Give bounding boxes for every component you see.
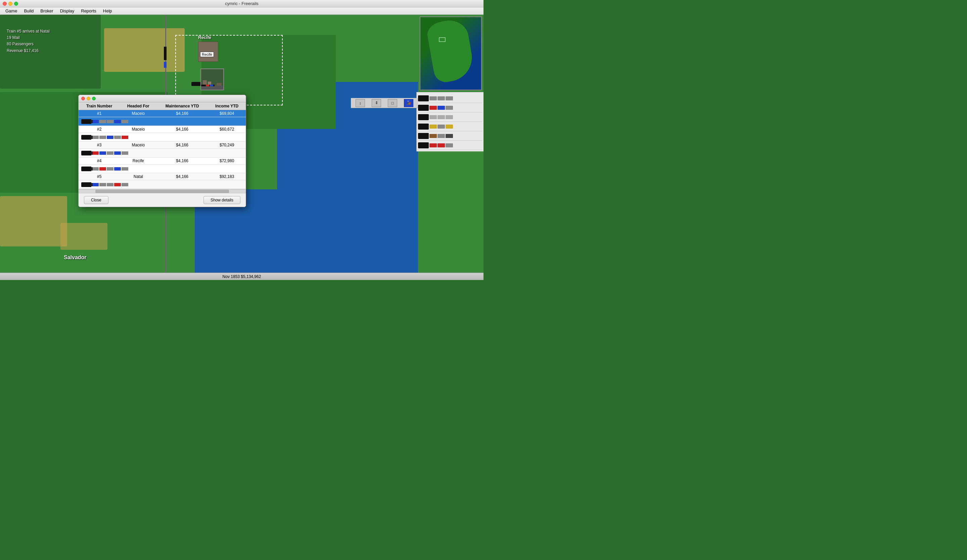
train-loco-5 bbox=[418, 133, 429, 139]
train-sprite bbox=[81, 150, 243, 156]
table-row-sprite[interactable] bbox=[79, 149, 246, 158]
dialog-maximize-btn[interactable] bbox=[92, 97, 96, 100]
train-wagon bbox=[99, 120, 106, 123]
close-button[interactable] bbox=[3, 2, 7, 6]
train-car bbox=[429, 134, 437, 138]
train-wagon bbox=[99, 152, 106, 155]
nav-tool-2[interactable]: ⇕ bbox=[372, 99, 381, 107]
train-wagon bbox=[107, 167, 114, 171]
sprite-cell bbox=[79, 149, 246, 158]
train-wagon bbox=[114, 120, 121, 123]
train-loco-3 bbox=[418, 114, 429, 120]
title-bar: cymric - Freerails bbox=[0, 0, 484, 7]
cell-number: #4 bbox=[79, 158, 120, 165]
sprite-cell bbox=[79, 165, 246, 173]
menu-build[interactable]: Build bbox=[20, 8, 37, 14]
train-car bbox=[437, 125, 445, 128]
table-row[interactable]: #2 Maceio $4,166 $60,672 bbox=[79, 126, 246, 133]
trains-dialog[interactable]: Train Number Headed For Maintenance YTD … bbox=[78, 95, 246, 207]
table-row-sprite[interactable] bbox=[79, 133, 246, 142]
horizontal-scrollbar[interactable] bbox=[79, 189, 246, 193]
table-row[interactable]: #1 Maceio $4,166 $69,804 bbox=[79, 110, 246, 117]
train-wagon bbox=[92, 183, 99, 186]
cell-maintenance: $4,166 bbox=[157, 158, 208, 165]
train-wagon bbox=[114, 152, 121, 155]
cell-headed-for: Maceio bbox=[120, 126, 157, 133]
table-row[interactable]: #5 Natal $4,166 $92,183 bbox=[79, 173, 246, 180]
nav-tool-3[interactable]: □ bbox=[388, 99, 397, 107]
map-nav-tools: ↕ ⇕ □ 🚂 bbox=[351, 98, 418, 108]
nav-tool-4[interactable]: 🚂 bbox=[404, 99, 413, 107]
nav-tool-1[interactable]: ↕ bbox=[356, 99, 365, 107]
cell-headed-for: Natal bbox=[120, 173, 157, 180]
train-wagon bbox=[107, 183, 114, 186]
maximize-button[interactable] bbox=[14, 2, 18, 6]
col-income: Income YTD bbox=[208, 102, 246, 110]
cell-maintenance: $4,166 bbox=[157, 110, 208, 117]
close-button[interactable]: Close bbox=[84, 196, 109, 204]
menu-reports[interactable]: Reports bbox=[78, 8, 100, 14]
city-recife-label: Recife bbox=[198, 35, 211, 40]
trains-table-container[interactable]: Train Number Headed For Maintenance YTD … bbox=[79, 102, 246, 189]
traffic-lights bbox=[3, 2, 18, 6]
train-panel-row-3 bbox=[418, 112, 482, 122]
train-sprite bbox=[81, 181, 243, 188]
notification-box: Train #5 arrives at Natal 19 Mail 80 Pas… bbox=[7, 28, 50, 54]
menu-display[interactable]: Display bbox=[57, 8, 78, 14]
cell-number: #2 bbox=[79, 126, 120, 133]
table-row[interactable]: #3 Maceio $4,166 $70,249 bbox=[79, 142, 246, 149]
game-area[interactable]: Train #5 arrives at Natal 19 Mail 80 Pas… bbox=[0, 15, 484, 280]
train-wagon bbox=[122, 136, 128, 139]
cell-income: $72,980 bbox=[208, 158, 246, 165]
train-wagon bbox=[92, 136, 99, 139]
train-car bbox=[437, 115, 445, 119]
menu-help[interactable]: Help bbox=[100, 8, 116, 14]
train-wagon bbox=[114, 183, 121, 186]
menu-broker[interactable]: Broker bbox=[37, 8, 56, 14]
sandy-1 bbox=[104, 28, 185, 72]
train-wagon bbox=[122, 167, 128, 171]
dialog-minimize-btn[interactable] bbox=[87, 97, 90, 100]
train-wagon bbox=[107, 136, 114, 139]
train-car bbox=[437, 106, 445, 110]
cell-income: $70,249 bbox=[208, 142, 246, 149]
menu-bar: Game Build Broker Display Reports Help bbox=[0, 7, 484, 15]
train-wagon bbox=[99, 136, 106, 139]
train-wagon bbox=[107, 152, 114, 155]
train-car bbox=[446, 96, 453, 100]
train-wagon bbox=[107, 120, 114, 123]
train-wagon bbox=[122, 183, 128, 186]
status-bar: Nov 1853 $5,134,962 bbox=[0, 273, 484, 280]
sandy-3 bbox=[61, 223, 107, 250]
notification-line2: 19 Mail bbox=[7, 35, 50, 41]
table-row-sprite[interactable] bbox=[79, 180, 246, 189]
minimize-button[interactable] bbox=[8, 2, 12, 6]
show-details-button[interactable]: Show details bbox=[203, 196, 240, 204]
h-scroll-thumb[interactable] bbox=[95, 190, 229, 193]
col-maintenance: Maintenance YTD bbox=[157, 102, 208, 110]
map-train-blue-car bbox=[164, 62, 167, 68]
mini-map[interactable] bbox=[420, 16, 482, 90]
dialog-close-btn[interactable] bbox=[81, 97, 85, 100]
train-locomotive bbox=[81, 151, 91, 155]
sandy-2 bbox=[0, 196, 67, 246]
notification-line3: 80 Passengers bbox=[7, 41, 50, 47]
cell-maintenance: $4,166 bbox=[157, 142, 208, 149]
cell-income: $92,183 bbox=[208, 173, 246, 180]
table-row[interactable]: #4 Recife $4,166 $72,980 bbox=[79, 158, 246, 165]
train-wagon bbox=[99, 183, 106, 186]
cell-income: $60,672 bbox=[208, 126, 246, 133]
train-wagon bbox=[92, 120, 99, 123]
dialog-titlebar bbox=[79, 95, 246, 102]
table-row-sprite[interactable] bbox=[79, 165, 246, 173]
train-car bbox=[437, 143, 445, 147]
train-panel-row-6 bbox=[418, 141, 482, 150]
table-row-sprite[interactable] bbox=[79, 117, 246, 126]
trains-table: Train Number Headed For Maintenance YTD … bbox=[79, 102, 246, 189]
sprite-cell bbox=[79, 117, 246, 126]
city-recife-tag: Recife bbox=[200, 52, 214, 57]
menu-game[interactable]: Game bbox=[2, 8, 20, 14]
train-car bbox=[429, 125, 437, 128]
right-train-panel bbox=[416, 92, 484, 152]
cell-maintenance: $4,166 bbox=[157, 126, 208, 133]
